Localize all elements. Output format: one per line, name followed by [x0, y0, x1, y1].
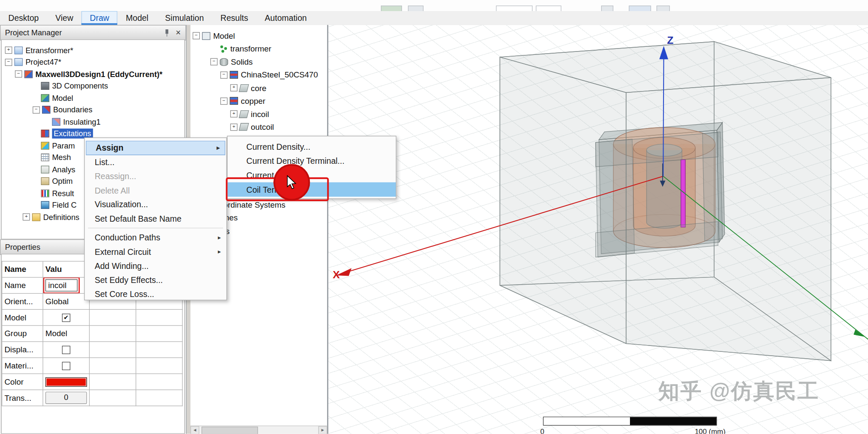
pin-icon[interactable] [163, 29, 170, 36]
expand-icon[interactable]: + [230, 123, 238, 131]
maxwell-desktop-app: Desktop View Draw Model Simulation Resul… [0, 0, 868, 434]
menu-automation[interactable]: Automation [256, 11, 315, 25]
component-icon [219, 45, 228, 53]
menu-draw[interactable]: Draw [82, 11, 118, 25]
name-value-field[interactable]: incoil [45, 279, 78, 291]
scroll-left-button[interactable]: ◄ [190, 426, 199, 434]
tree-item-model-root[interactable]: − Model [190, 29, 327, 43]
group-value[interactable]: Model [43, 326, 90, 342]
submenu-arrow-icon: ▸ [218, 234, 221, 241]
close-icon[interactable]: ✕ [176, 29, 181, 36]
menu-item-add-winding[interactable]: Add Winding... [85, 259, 226, 273]
tree-item-chinasteel[interactable]: − ChinaSteel_50CS470 [190, 69, 327, 82]
expand-icon[interactable]: + [230, 110, 238, 117]
submenu-arrow-icon: ▸ [218, 248, 221, 255]
menu-view[interactable]: View [47, 11, 82, 25]
property-row-color: Color [2, 374, 183, 390]
design-icon [24, 70, 33, 78]
mesh-icon [41, 154, 49, 161]
context-menu: Assign ▸ List... Reassign... Delete All … [84, 137, 227, 300]
axis-x-label: X [333, 269, 340, 280]
scale-bar [543, 417, 717, 425]
model-checkbox[interactable]: ✔ [62, 313, 71, 322]
transparent-button[interactable]: 0 [45, 392, 87, 404]
solid-object-icon [239, 110, 249, 118]
collapse-icon[interactable]: − [15, 71, 22, 78]
boundaries-icon [42, 106, 51, 114]
scroll-right-button[interactable]: ► [318, 426, 327, 434]
menu-item-set-default-base-name[interactable]: Set Default Base Name [85, 211, 226, 226]
solid-object-icon [239, 84, 249, 92]
solid-object-icon [239, 123, 249, 131]
collapse-icon[interactable]: − [193, 32, 200, 40]
mouse-cursor [287, 175, 299, 192]
watermark: 知乎 @仿真民工 [658, 377, 820, 405]
model-root-icon [202, 32, 210, 40]
expand-icon[interactable]: + [230, 84, 238, 91]
project-manager-titlebar: Project Manager ✕ [0, 25, 186, 40]
tree-item-maxwell3ddesign1[interactable]: − Maxwell3DDesign1 (EddyCurrent)* [2, 68, 184, 80]
collapse-icon[interactable]: − [5, 59, 12, 66]
tree-item-transformer[interactable]: transformer [190, 43, 327, 56]
tree-item-3d-components[interactable]: 3D Components [2, 80, 184, 92]
material-checkbox[interactable] [62, 362, 71, 370]
property-row-transparent: Trans... 0 [2, 390, 183, 406]
parameters-icon [41, 142, 49, 149]
tree-item-boundaries[interactable]: − Boundaries [2, 104, 184, 116]
menu-item-conduction-paths[interactable]: Conduction Paths ▸ [85, 231, 226, 245]
tree-item-model[interactable]: Model [2, 92, 184, 104]
tree-item-solids[interactable]: − Solids [190, 55, 327, 69]
submenu-item-current-density-terminal[interactable]: Current Density Terminal... [227, 154, 396, 168]
material-icon [230, 71, 238, 79]
display-checkbox[interactable] [62, 345, 71, 354]
material-icon [230, 97, 238, 105]
properties-title: Properties [5, 243, 40, 251]
viewport-3d[interactable]: Z X 知乎 @仿真民工 0 100 (mm) [328, 25, 868, 434]
collapse-icon[interactable]: − [220, 97, 227, 105]
menu-model[interactable]: Model [117, 11, 156, 25]
scale-min-label: 0 [540, 427, 544, 434]
orientation-value[interactable]: Global [43, 294, 90, 310]
model-3d-canvas: Z X [328, 25, 868, 434]
menu-results[interactable]: Results [212, 11, 256, 25]
property-row-material: Materi... [2, 358, 183, 374]
menu-item-list[interactable]: List... [85, 155, 226, 169]
tree-item-project47[interactable]: − Project47* [2, 56, 184, 68]
menu-item-visualization[interactable]: Visualization... [85, 197, 226, 211]
menu-item-external-circuit[interactable]: External Circuit ▸ [85, 245, 226, 259]
collapse-icon[interactable]: − [220, 71, 227, 79]
submenu-item-current-density[interactable]: Current Density... [227, 139, 396, 154]
expand-icon[interactable]: + [5, 47, 12, 54]
menu-item-set-core-loss[interactable]: Set Core Loss... [85, 287, 226, 301]
submenu-arrow-icon: ▸ [217, 144, 220, 151]
scrollbar-thumb[interactable] [201, 427, 258, 434]
tree-item-outcoil[interactable]: + outcoil [190, 120, 327, 134]
tree-item-incoil[interactable]: + incoil [190, 108, 327, 121]
menu-item-set-eddy-effects[interactable]: Set Eddy Effects... [85, 273, 226, 287]
tree-item-copper[interactable]: − copper [190, 94, 327, 108]
property-row-group: Group Model [2, 326, 183, 342]
scrollbar-track[interactable] [199, 426, 318, 434]
menu-item-delete-all[interactable]: Delete All [85, 183, 226, 197]
collapse-icon[interactable]: − [33, 106, 40, 114]
property-row-model: Model ✔ [2, 310, 183, 326]
results-icon [41, 189, 49, 197]
collapse-icon[interactable]: − [210, 58, 218, 66]
menu-desktop[interactable]: Desktop [0, 11, 47, 25]
menu-item-reassign[interactable]: Reassign... [85, 169, 226, 183]
excitations-icon [41, 130, 49, 137]
horizontal-scrollbar[interactable]: ◄ ► [190, 425, 327, 434]
column-header-name: Name [2, 262, 43, 278]
toolbar-strip [0, 0, 868, 11]
tree-item-insulating1[interactable]: Insulating1 [2, 116, 184, 128]
menu-simulation[interactable]: Simulation [157, 11, 212, 25]
property-row-display: Displa... [2, 342, 183, 358]
tree-item-core[interactable]: + core [190, 81, 327, 94]
insulating-icon [52, 118, 60, 126]
menu-separator [88, 228, 223, 228]
column-header-value: Valu [43, 262, 90, 278]
tree-item-etransformer[interactable]: + Etransformer* [2, 44, 184, 56]
color-swatch[interactable] [45, 377, 87, 386]
menu-item-assign[interactable]: Assign ▸ [86, 141, 225, 155]
expand-icon[interactable]: + [23, 214, 30, 221]
